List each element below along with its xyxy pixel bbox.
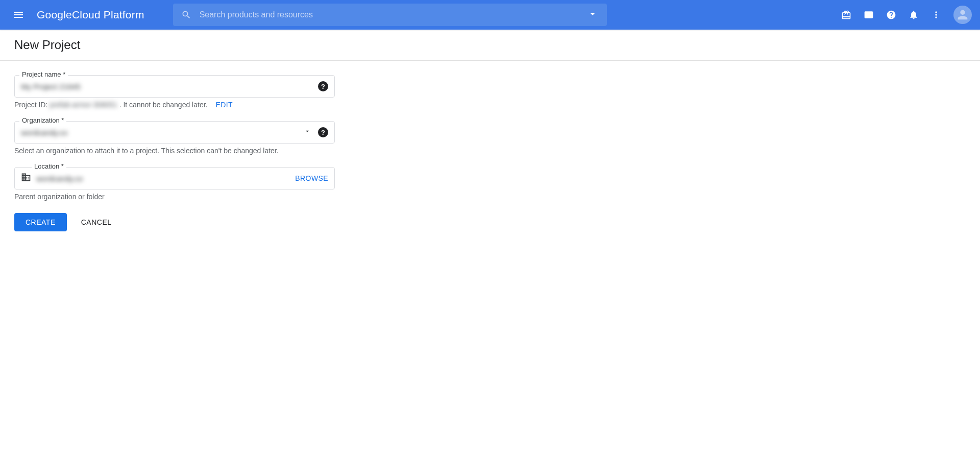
cancel-button[interactable]: CANCEL	[81, 213, 112, 231]
hamburger-menu-icon[interactable]	[8, 5, 29, 25]
location-input-wrapper[interactable]: wordcandy.co BROWSE	[14, 167, 335, 189]
organization-hint: Select an organization to attach it to a…	[14, 147, 966, 155]
page-title-bar: New Project	[0, 30, 980, 61]
search-icon	[181, 10, 191, 20]
button-row: CREATE CANCEL	[14, 213, 966, 231]
project-id-hint: Project ID: prefab-armor-308051 . It can…	[14, 101, 966, 109]
browse-link[interactable]: BROWSE	[295, 174, 328, 182]
project-name-input[interactable]	[21, 82, 318, 91]
location-label: Location *	[32, 162, 66, 170]
gcp-logo[interactable]: Google Cloud Platform	[37, 9, 144, 21]
page-title: New Project	[14, 38, 966, 52]
top-header: Google Cloud Platform	[0, 0, 980, 30]
more-vert-icon[interactable]	[931, 10, 941, 20]
organization-field: Organization * wordcandy.co ?	[14, 121, 335, 144]
location-building-icon	[21, 172, 31, 184]
header-actions	[841, 6, 972, 24]
project-id-value: prefab-armor-308051	[50, 101, 117, 109]
edit-project-id-link[interactable]: EDIT	[215, 101, 233, 109]
logo-google-text: Google	[37, 9, 72, 21]
chevron-down-icon[interactable]	[586, 8, 599, 22]
location-hint: Parent organization or folder	[14, 193, 966, 201]
search-bar[interactable]	[173, 4, 607, 26]
organization-help-icon[interactable]: ?	[318, 127, 328, 137]
logo-platform-text: Cloud Platform	[72, 9, 144, 21]
gift-icon[interactable]	[841, 10, 851, 20]
project-id-prefix: Project ID:	[14, 101, 47, 109]
cloud-shell-icon[interactable]	[864, 10, 874, 20]
search-input[interactable]	[200, 10, 578, 19]
help-icon[interactable]	[886, 10, 896, 20]
dropdown-arrow-icon[interactable]	[304, 128, 311, 137]
project-name-field: Project name * ?	[14, 75, 335, 98]
project-name-label: Project name *	[19, 70, 68, 78]
notifications-icon[interactable]	[909, 10, 919, 20]
project-name-input-wrapper[interactable]: ?	[14, 75, 335, 98]
organization-value: wordcandy.co	[21, 128, 304, 137]
location-field: Location * wordcandy.co BROWSE	[14, 167, 335, 189]
organization-select[interactable]: wordcandy.co ?	[14, 121, 335, 144]
content-area: Project name * ? Project ID: prefab-armo…	[0, 61, 980, 246]
project-name-help-icon[interactable]: ?	[318, 81, 328, 91]
avatar[interactable]	[953, 6, 972, 24]
create-button[interactable]: CREATE	[14, 213, 67, 231]
organization-label: Organization *	[19, 116, 66, 124]
location-value: wordcandy.co	[36, 174, 295, 183]
project-id-suffix: . It cannot be changed later.	[119, 101, 208, 109]
